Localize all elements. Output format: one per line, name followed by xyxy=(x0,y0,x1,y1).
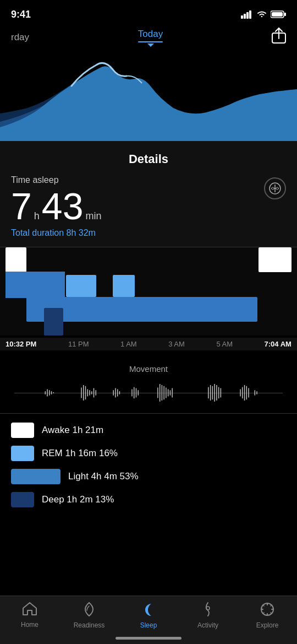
tab-explore-label: Explore xyxy=(256,621,279,629)
readiness-icon xyxy=(82,602,96,619)
battery-icon xyxy=(271,10,286,18)
tab-sleep[interactable]: Sleep xyxy=(127,602,170,629)
status-time: 9:41 xyxy=(11,9,31,20)
share-button[interactable] xyxy=(272,28,286,47)
svg-rect-5 xyxy=(284,13,286,16)
svg-line-72 xyxy=(271,613,272,614)
deep-swatch xyxy=(11,492,34,507)
sleep-icon xyxy=(141,602,156,619)
svg-rect-1 xyxy=(244,14,246,19)
svg-rect-19 xyxy=(44,308,63,335)
adjust-button[interactable] xyxy=(264,177,286,199)
tab-home-label: Home xyxy=(21,621,38,629)
svg-rect-16 xyxy=(66,275,96,297)
details-title: Details xyxy=(11,152,286,166)
svg-rect-15 xyxy=(258,247,292,272)
details-section: Details Time asleep 7 h 43 min Total dur… xyxy=(0,141,297,247)
activity-icon xyxy=(201,602,215,619)
svg-rect-20 xyxy=(6,272,26,298)
minutes-value: 43 xyxy=(42,187,84,225)
awake-swatch xyxy=(11,423,34,438)
stage-deep: Deep 1h 2m 13% xyxy=(11,492,286,507)
tab-readiness-label: Readiness xyxy=(74,621,105,629)
signal-icon xyxy=(241,10,253,19)
svg-rect-21 xyxy=(26,272,65,298)
stages-legend: Awake 1h 21m REM 1h 16m 16% Light 4h 4m … xyxy=(0,414,297,516)
tab-home[interactable]: Home xyxy=(8,602,52,629)
light-swatch xyxy=(11,469,61,484)
nav-today[interactable]: Today xyxy=(138,29,163,47)
time-label-1am: 1 AM xyxy=(120,340,137,348)
svg-line-73 xyxy=(271,605,272,606)
time-label-end: 7:04 AM xyxy=(265,340,292,348)
nav-bar: rday Today xyxy=(0,24,297,53)
awake-label: Awake 1h 21m xyxy=(42,425,103,436)
stage-rem: REM 1h 16m 16% xyxy=(11,446,286,461)
tab-activity-label: Activity xyxy=(197,621,218,629)
explore-icon xyxy=(260,602,275,619)
time-asleep-row: Time asleep 7 h 43 min Total duration 8h… xyxy=(11,175,286,238)
sleep-stage-chart: 10:32 PM 11 PM 1 AM 3 AM 5 AM 7:04 AM xyxy=(0,247,297,358)
minutes-unit: min xyxy=(85,210,101,222)
light-label: Light 4h 4m 53% xyxy=(68,471,139,482)
movement-title: Movement xyxy=(9,364,288,374)
total-duration: Total duration 8h 32m xyxy=(11,228,102,238)
svg-rect-17 xyxy=(113,275,135,297)
movement-section: Movement xyxy=(0,358,297,413)
nav-today-underline xyxy=(138,41,163,42)
time-asleep-value: 7 h 43 min xyxy=(11,187,102,225)
hours-unit: h xyxy=(34,210,40,222)
hours-value: 7 xyxy=(11,187,32,225)
time-label-3am: 3 AM xyxy=(168,340,185,348)
svg-rect-2 xyxy=(246,12,249,19)
svg-point-11 xyxy=(272,187,274,190)
svg-rect-3 xyxy=(249,10,251,19)
time-label-11pm: 11 PM xyxy=(68,340,89,348)
tab-activity[interactable]: Activity xyxy=(186,602,230,629)
tab-readiness[interactable]: Readiness xyxy=(67,602,111,629)
time-label-start: 10:32 PM xyxy=(6,340,36,348)
svg-line-74 xyxy=(263,613,264,614)
rem-label: REM 1h 16m 16% xyxy=(42,448,118,459)
stage-light: Light 4h 4m 53% xyxy=(11,469,286,484)
movement-chart xyxy=(9,379,288,407)
time-label-5am: 5 AM xyxy=(216,340,233,348)
svg-rect-6 xyxy=(272,12,283,17)
deep-label: Deep 1h 2m 13% xyxy=(42,494,114,505)
wifi-icon xyxy=(256,10,267,19)
status-icons xyxy=(241,10,286,19)
time-labels-row: 10:32 PM 11 PM 1 AM 3 AM 5 AM 7:04 AM xyxy=(0,338,297,350)
tab-bar-spacer xyxy=(0,516,297,571)
rem-swatch xyxy=(11,446,34,461)
svg-point-12 xyxy=(276,187,278,190)
svg-rect-0 xyxy=(241,15,243,19)
nav-today-arrow xyxy=(147,44,154,47)
svg-line-71 xyxy=(263,605,264,606)
home-indicator xyxy=(116,637,182,640)
stage-awake: Awake 1h 21m xyxy=(11,423,286,438)
tab-sleep-label: Sleep xyxy=(140,621,157,629)
tab-explore[interactable]: Explore xyxy=(245,602,289,629)
svg-rect-14 xyxy=(6,247,26,272)
home-icon xyxy=(22,602,37,619)
nav-yesterday[interactable]: rday xyxy=(11,32,29,43)
time-asleep-left: Time asleep 7 h 43 min Total duration 8h… xyxy=(11,175,102,238)
status-bar: 9:41 xyxy=(0,0,297,24)
time-asleep-label: Time asleep xyxy=(11,175,102,185)
sleep-mountain-chart xyxy=(0,53,297,141)
nav-today-label: Today xyxy=(138,29,163,40)
